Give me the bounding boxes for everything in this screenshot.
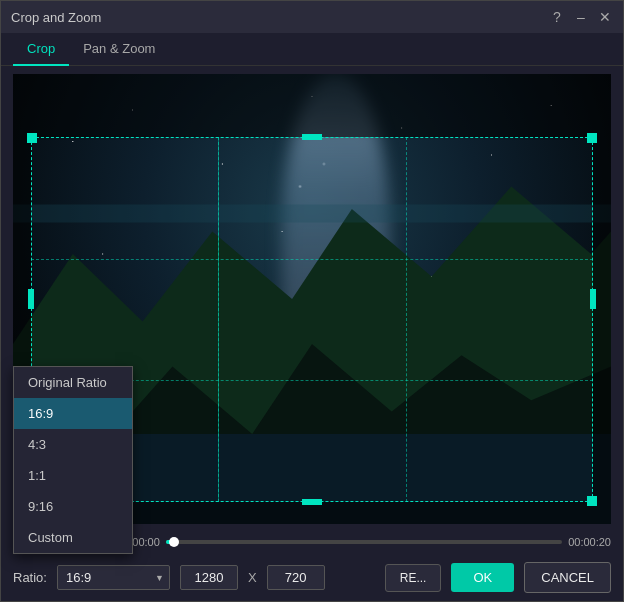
dropdown-item-4-3[interactable]: 4:3 [14, 429, 132, 460]
cancel-button[interactable]: CANCEL [524, 562, 611, 593]
timeline-thumb[interactable] [169, 537, 179, 547]
tab-pan-zoom[interactable]: Pan & Zoom [69, 33, 169, 66]
title-bar-controls: ? – ✕ [549, 9, 613, 25]
ratio-dropdown-menu: Original Ratio 16:9 4:3 1:1 9:16 Custom [13, 366, 133, 554]
ratio-select-wrapper: 16:9 Original Ratio 4:3 1:1 9:16 Custom [57, 565, 170, 590]
tab-crop[interactable]: Crop [13, 33, 69, 66]
dropdown-item-original[interactable]: Original Ratio [14, 367, 132, 398]
help-button[interactable]: ? [549, 9, 565, 25]
main-window: Crop and Zoom ? – ✕ Crop Pan & Zoom [0, 0, 624, 602]
minimize-button[interactable]: – [573, 9, 589, 25]
tab-bar: Crop Pan & Zoom [1, 33, 623, 66]
controls-bar: Ratio: 16:9 Original Ratio 4:3 1:1 9:16 … [1, 556, 623, 601]
dim-separator: X [248, 570, 257, 585]
dropdown-item-9-16[interactable]: 9:16 [14, 491, 132, 522]
ratio-select[interactable]: 16:9 Original Ratio 4:3 1:1 9:16 Custom [57, 565, 170, 590]
height-input[interactable] [267, 565, 325, 590]
ok-button[interactable]: OK [451, 563, 514, 592]
dropdown-item-custom[interactable]: Custom [14, 522, 132, 553]
dropdown-item-16-9[interactable]: 16:9 [14, 398, 132, 429]
width-input[interactable] [180, 565, 238, 590]
ratio-label: Ratio: [13, 570, 47, 585]
window-title: Crop and Zoom [11, 10, 549, 25]
time-total: 00:00:20 [568, 536, 611, 548]
title-bar: Crop and Zoom ? – ✕ [1, 1, 623, 33]
dropdown-item-1-1[interactable]: 1:1 [14, 460, 132, 491]
reset-button[interactable]: RE... [385, 564, 442, 592]
timeline-track[interactable] [166, 540, 562, 544]
svg-rect-3 [13, 205, 611, 223]
close-button[interactable]: ✕ [597, 9, 613, 25]
